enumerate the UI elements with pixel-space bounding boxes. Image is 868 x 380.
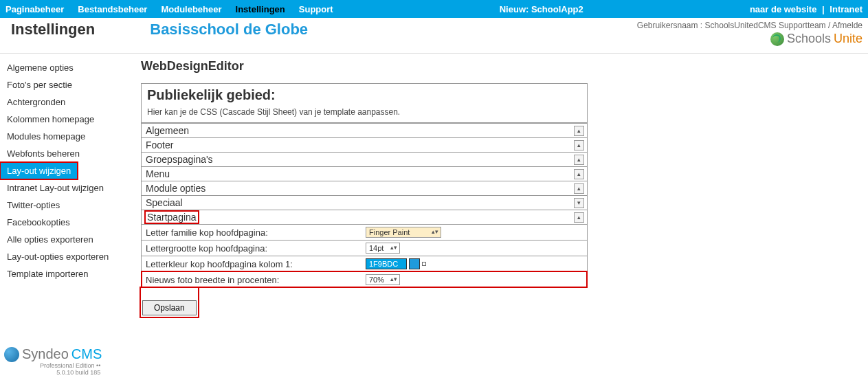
option-font-size: Lettergrootte kop hoofdpagina: 14pt▴▾ — [142, 240, 587, 256]
nav-bestandsbeheer[interactable]: Bestandsbeheer — [78, 4, 147, 14]
main: Algemene opties Foto's per sectie Achter… — [0, 54, 868, 331]
section-label: Algemeen — [146, 125, 189, 136]
user-info: Gebruikersnaam : SchoolsUnitedCMS Suppor… — [637, 21, 863, 30]
sidebar-item-layout-wijzigen[interactable]: Lay-out wijzigen — [0, 162, 78, 179]
section-algemeen[interactable]: Algemeen ▴ — [142, 123, 587, 137]
content: WebDesignEditor Publiekelijk gebied: Hie… — [134, 54, 868, 331]
chevron-updown-icon: ▴▾ — [390, 244, 397, 251]
save-button[interactable]: Opslaan — [142, 300, 197, 315]
school-name: Basisschool de Globe — [150, 21, 308, 38]
option-label: Lettergrootte kop hoofdpagina: — [146, 243, 366, 254]
sidebar-item-twitter-opties[interactable]: Twitter-opties — [0, 197, 134, 214]
sidebar-item-modules-homepage[interactable]: Modules homepage — [0, 128, 134, 145]
section-label: Groepspagina's — [146, 154, 213, 165]
news-width-select[interactable]: 70%▴▾ — [366, 274, 400, 285]
chevron-updown-icon: ▴▾ — [390, 276, 397, 282]
collapse-up-icon[interactable]: ▴ — [574, 169, 584, 179]
collapse-up-icon[interactable]: ▴ — [574, 183, 584, 194]
sidebar-item-webfonts-beheren[interactable]: Webfonts beheren — [0, 145, 134, 162]
section-footer[interactable]: Footer ▴ — [142, 137, 587, 152]
brand-text-a: Schools — [787, 32, 831, 46]
section-label: Footer — [146, 139, 173, 150]
color-picker-icon[interactable] — [422, 262, 426, 266]
nav-support[interactable]: Support — [299, 4, 333, 14]
section-label: Startpagina — [146, 212, 198, 223]
section-module-opties[interactable]: Module opties ▴ — [142, 181, 587, 195]
sidebar-item-fotos-per-sectie[interactable]: Foto's per sectie — [0, 76, 134, 93]
select-value: Finger Paint — [369, 228, 410, 236]
option-label: Nieuws foto breedte in procenten: — [146, 275, 366, 285]
panel-help-text: Hier kan je de CSS (Cascade Stijl Sheet)… — [147, 107, 581, 117]
globe-icon — [770, 32, 784, 46]
select-value: 14pt — [369, 244, 383, 252]
user-label: Gebruikersnaam : — [637, 21, 705, 30]
collapse-up-icon[interactable]: ▴ — [574, 212, 584, 223]
section-groepspaginas[interactable]: Groepspagina's ▴ — [142, 152, 587, 166]
collapse-up-icon[interactable]: ▴ — [574, 140, 584, 150]
chevron-updown-icon: ▴▾ — [432, 228, 438, 235]
collapse-up-icon[interactable]: ▴ — [574, 126, 584, 136]
panel-public-area: Publiekelijk gebied: Hier kan je de CSS … — [141, 83, 588, 288]
option-label: Letter familie kop hoofdpagina: — [146, 227, 366, 238]
brand-logo: SchoolsUnite — [637, 32, 863, 46]
section-speciaal[interactable]: Speciaal ▾ — [142, 195, 587, 210]
brand-text-b: Unite — [834, 32, 863, 46]
sidebar-item-achtergronden[interactable]: Achtergronden — [0, 93, 134, 111]
username: SchoolsUnitedCMS Supportteam — [705, 21, 826, 30]
separator: | — [822, 4, 825, 14]
sidebar-item-template-importeren[interactable]: Template importeren — [0, 265, 134, 282]
expand-down-icon[interactable]: ▾ — [574, 198, 584, 208]
link-website[interactable]: naar de website — [750, 4, 817, 14]
section-label: Module opties — [146, 183, 205, 194]
sidebar-item-kolommen-homepage[interactable]: Kolommen homepage — [0, 111, 134, 128]
top-bar: Paginabeheer Bestandsbeheer Modulebeheer… — [0, 0, 868, 18]
logout-link[interactable]: Afmelde — [832, 21, 863, 30]
sidebar-item-layout-opties-exporteren[interactable]: Lay-out-opties exporteren — [0, 248, 134, 265]
top-right-links: naar de website | Intranet — [750, 4, 863, 14]
select-value: 70% — [369, 276, 384, 284]
link-intranet[interactable]: Intranet — [830, 4, 863, 14]
sidebar-item-alle-opties-exporteren[interactable]: Alle opties exporteren — [0, 231, 134, 248]
nav-paginabeheer[interactable]: Paginabeheer — [5, 4, 64, 14]
section-startpagina[interactable]: Startpagina ▴ — [142, 210, 587, 224]
collapse-up-icon[interactable]: ▴ — [574, 155, 584, 165]
content-title: WebDesignEditor — [141, 59, 861, 74]
top-announcement: Nieuw: SchoolApp2 — [500, 4, 583, 14]
header: Instellingen Basisschool de Globe Gebrui… — [0, 18, 868, 54]
option-font-color: Letterkleur kop hoofdpagina kolom 1: — [142, 256, 587, 271]
option-label: Letterkleur kop hoofdpagina kolom 1: — [146, 259, 366, 269]
sidebar-item-intranet-layout[interactable]: Intranet Lay-out wijzigen — [0, 179, 134, 197]
sidebar-item-algemene-opties[interactable]: Algemene opties — [0, 59, 134, 76]
font-family-select[interactable]: Finger Paint▴▾ — [366, 227, 441, 238]
option-news-photo-width: Nieuws foto breedte in procenten: 70%▴▾ — [142, 271, 587, 287]
save-highlight: Opslaan — [141, 288, 198, 317]
section-menu[interactable]: Menu ▴ — [142, 166, 587, 181]
font-size-select[interactable]: 14pt▴▾ — [366, 243, 400, 254]
sidebar: Algemene opties Foto's per sectie Achter… — [0, 54, 134, 331]
page-title: Instellingen — [5, 21, 95, 38]
color-swatch[interactable] — [409, 258, 420, 269]
option-font-family: Letter familie kop hoofdpagina: Finger P… — [142, 224, 587, 240]
section-label: Speciaal — [146, 197, 183, 208]
panel-heading: Publiekelijk gebied: — [147, 87, 581, 103]
nav-instellingen[interactable]: Instellingen — [236, 4, 285, 14]
color-input[interactable] — [366, 258, 407, 269]
sidebar-item-facebook-opties[interactable]: Facebookopties — [0, 214, 134, 231]
top-nav: Paginabeheer Bestandsbeheer Modulebeheer… — [5, 4, 333, 14]
section-label: Menu — [146, 168, 170, 179]
nav-modulebeheer[interactable]: Modulebeheer — [161, 4, 221, 14]
